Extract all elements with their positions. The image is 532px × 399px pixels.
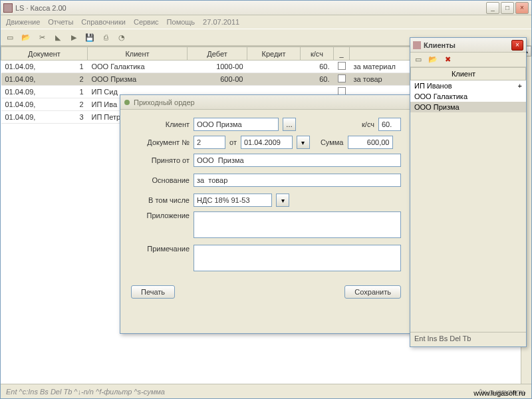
new-icon[interactable]: ▭ <box>5 32 15 43</box>
note-input[interactable] <box>194 245 401 271</box>
clients-panel: Клиенты × ▭ 📂 ✖ Клиент ИП Иванов+ООО Гал… <box>410 37 527 347</box>
status-left: Ent ^c:Ins Bs Del Tb ^↓-n/n ^f-фильтр ^s… <box>6 388 165 396</box>
clients-open-icon[interactable]: 📂 <box>428 55 438 65</box>
label-client: Клиент <box>131 120 190 128</box>
menu-service[interactable]: Сервис <box>134 18 159 26</box>
label-acct: к/сч <box>362 120 374 128</box>
checkbox-icon[interactable] <box>338 74 346 82</box>
received-input[interactable] <box>194 154 401 167</box>
dialog-icon <box>124 100 130 105</box>
maximize-button[interactable]: □ <box>501 2 514 14</box>
label-basis: Основание <box>131 176 190 184</box>
cut-icon[interactable]: ✂ <box>37 32 47 43</box>
col-doc[interactable]: Документ <box>1 47 88 61</box>
close-button[interactable]: × <box>515 2 529 14</box>
clients-col-header[interactable]: Клиент <box>410 67 526 80</box>
docnum-input[interactable] <box>194 136 225 149</box>
clients-title-text: Клиенты <box>424 41 511 49</box>
date-input[interactable] <box>241 136 293 149</box>
incl-input[interactable] <box>194 194 272 207</box>
clients-titlebar[interactable]: Клиенты × <box>410 38 526 53</box>
checkbox-icon[interactable] <box>338 62 346 70</box>
open-icon[interactable]: 📂 <box>21 32 31 43</box>
attach-input[interactable] <box>194 211 401 238</box>
menu-motion[interactable]: Движение <box>6 18 40 26</box>
tag-icon[interactable]: ◣ <box>53 32 63 43</box>
clients-new-icon[interactable]: ▭ <box>413 55 424 65</box>
clients-delete-icon[interactable]: ✖ <box>442 55 453 65</box>
clients-header-label: Клиент <box>416 70 511 78</box>
label-attach: Приложение <box>131 211 190 219</box>
statusbar: Ent ^c:Ins Bs Del Tb ^↓-n/n ^f-фильтр ^s… <box>1 384 531 398</box>
clients-icon <box>413 41 421 49</box>
menu-refs[interactable]: Справочники <box>81 18 126 26</box>
col-client[interactable]: Клиент <box>88 47 188 61</box>
chart-icon[interactable]: ◔ <box>116 32 127 43</box>
menu-date: 27.07.2011 <box>203 18 239 26</box>
window-title: LS · Касса 2.00 <box>15 4 486 12</box>
forward-icon[interactable]: ▶ <box>68 32 79 43</box>
save-icon[interactable]: 💾 <box>84 32 95 43</box>
app-icon <box>3 3 13 13</box>
label-incl: В том числе <box>131 196 190 204</box>
menu-reports[interactable]: Отчеты <box>48 18 73 26</box>
order-dialog: Приходный ордер Клиент … к/сч Документ №… <box>120 94 412 334</box>
order-title-text: Приходный ордер <box>134 98 195 106</box>
website-link[interactable]: www.lugasoft.ru <box>473 389 525 397</box>
print-button[interactable]: Печать <box>131 285 175 299</box>
label-note: Примечание <box>131 245 190 253</box>
col-flag[interactable]: _ <box>334 47 350 61</box>
list-item[interactable]: ИП Иванов+ <box>410 80 526 91</box>
clients-close-button[interactable]: × <box>511 40 523 51</box>
list-item[interactable]: ООО Галактика <box>410 91 526 102</box>
clients-body: Клиент ИП Иванов+ООО ГалактикаООО Призма <box>410 67 526 112</box>
client-input[interactable] <box>194 118 279 131</box>
clients-toolbar: ▭ 📂 ✖ <box>410 53 526 67</box>
client-lookup-button[interactable]: … <box>283 118 296 131</box>
clients-list[interactable]: ИП Иванов+ООО ГалактикаООО Призма <box>410 80 526 112</box>
save-button[interactable]: Сохранить <box>344 285 401 299</box>
menu-help[interactable]: Помощь <box>167 18 196 26</box>
col-acct[interactable]: к/сч <box>301 47 334 61</box>
titlebar: LS · Касса 2.00 _ □ × <box>1 1 531 15</box>
date-picker-button[interactable]: ▾ <box>297 136 310 149</box>
minimize-button[interactable]: _ <box>486 2 499 14</box>
label-from: от <box>229 138 237 146</box>
col-debit[interactable]: Дебет <box>188 47 247 61</box>
label-received: Принято от <box>131 156 190 164</box>
incl-dropdown-button[interactable]: ▾ <box>276 194 289 207</box>
basis-input[interactable] <box>194 174 401 187</box>
acct-input[interactable] <box>378 118 401 131</box>
clients-footer: Ent Ins Bs Del Tb <box>410 332 526 346</box>
list-item[interactable]: ООО Призма <box>410 102 526 112</box>
label-sum: Сумма <box>321 138 344 146</box>
col-credit[interactable]: Кредит <box>247 47 301 61</box>
label-docnum: Документ № <box>131 138 190 146</box>
menubar: Движение Отчеты Справочники Сервис Помощ… <box>1 15 531 29</box>
order-dialog-title[interactable]: Приходный ордер <box>120 95 412 110</box>
sum-input[interactable] <box>348 136 393 149</box>
print-icon[interactable]: ⎙ <box>100 32 111 43</box>
